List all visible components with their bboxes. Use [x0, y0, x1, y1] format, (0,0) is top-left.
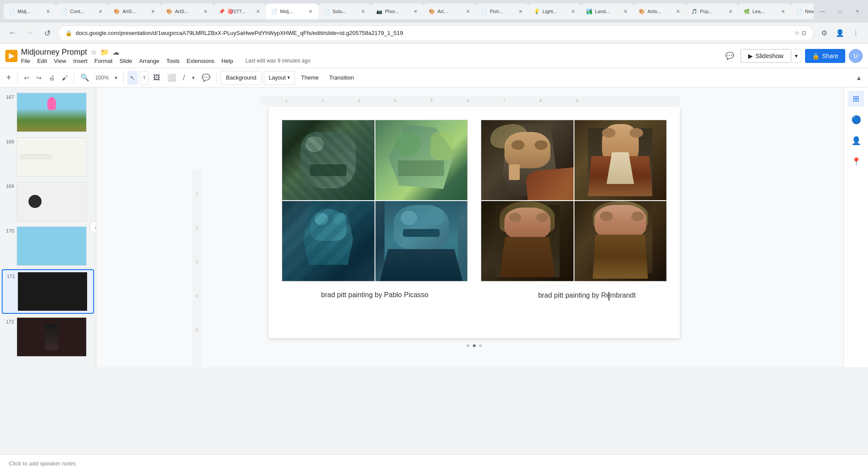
tab-9-close[interactable]: ×	[466, 7, 471, 16]
slide-canvas[interactable]: brad pitt painting by Pablo Picasso	[269, 107, 680, 338]
right-panel-google-button[interactable]: 🔵	[848, 112, 864, 128]
tab-10[interactable]: 📄 Port... ×	[476, 3, 528, 19]
menu-format[interactable]: Format	[94, 58, 112, 64]
tab-2[interactable]: 📄 Cont... ×	[56, 3, 108, 19]
menu-insert[interactable]: Insert	[73, 58, 88, 64]
move-to-icon[interactable]: 📁	[100, 48, 109, 56]
slide-167[interactable]: 167	[2, 91, 94, 134]
menu-edit[interactable]: Edit	[37, 58, 47, 64]
paint-format-button[interactable]: 🖌	[59, 71, 70, 85]
right-panel-grid-button[interactable]: ⊞	[848, 91, 864, 107]
tab-13[interactable]: 🎨 Artis... ×	[634, 3, 686, 19]
rembrandt-caption-container[interactable]: brad pitt painting by Rembrandt	[538, 291, 609, 300]
tab-12-close[interactable]: ×	[623, 7, 628, 16]
tab-5[interactable]: 📌 🎯277... ×	[214, 3, 266, 19]
layout-button[interactable]: Layout ▾	[264, 71, 295, 85]
right-panel-user-button[interactable]: 👤	[848, 133, 864, 149]
cursor-tool[interactable]: ↖	[127, 71, 138, 85]
slideshow-dropdown[interactable]: ▾	[791, 50, 801, 62]
slide-170[interactable]: 170	[2, 225, 94, 267]
menu-help[interactable]: Help	[221, 58, 233, 64]
tab-15[interactable]: 🌿 Lea... ×	[738, 3, 791, 19]
slide-168-number: 168	[4, 137, 14, 144]
address-bar[interactable]: 🔒 docs.google.com/presentation/d/1wugxrc…	[58, 25, 814, 41]
star-doc-icon[interactable]: ☆	[91, 48, 97, 56]
close-window-button[interactable]: ×	[850, 4, 864, 18]
shapes-tool[interactable]: ⬜	[164, 71, 178, 85]
image-tool[interactable]: 🖼	[150, 71, 163, 85]
star-icon[interactable]: ☆	[794, 30, 800, 36]
maximize-button[interactable]: □	[833, 4, 847, 18]
slideshow-button[interactable]: ▶ Slideshow	[741, 49, 791, 62]
tab-12[interactable]: 🏞️ Land... ×	[581, 3, 634, 19]
tab-4[interactable]: 🎨 ArtS... ×	[161, 3, 214, 19]
tab-7-close[interactable]: ×	[360, 7, 366, 16]
tab-8[interactable]: 📷 Phor... ×	[371, 3, 424, 19]
tab-14-close[interactable]: ×	[728, 7, 733, 16]
tab-5-close[interactable]: ×	[256, 7, 261, 16]
tab-4-close[interactable]: ×	[203, 7, 208, 16]
tab-3-close[interactable]: ×	[150, 7, 156, 16]
background-button[interactable]: Background	[220, 71, 262, 85]
tab-11[interactable]: 💡 Light... ×	[528, 3, 581, 19]
user-avatar[interactable]: U	[849, 49, 863, 63]
cloud-save-icon[interactable]: ☁	[112, 48, 119, 56]
tab-13-close[interactable]: ×	[676, 7, 681, 16]
redo-button[interactable]: ↪	[34, 71, 44, 85]
slide-168[interactable]: 168	[2, 135, 94, 178]
cast-icon[interactable]: ⊡	[802, 30, 806, 36]
menu-slide[interactable]: Slide	[119, 58, 132, 64]
tab-16[interactable]: 📄 New... ×	[791, 3, 814, 19]
refresh-button[interactable]: ↺	[40, 26, 54, 40]
menu-view[interactable]: View	[54, 58, 66, 64]
menu-arrange[interactable]: Arrange	[139, 58, 159, 64]
forward-button[interactable]: →	[23, 26, 37, 40]
slide-171[interactable]: 171	[2, 269, 94, 314]
comments-button[interactable]: 💬	[723, 49, 737, 63]
tab-10-close[interactable]: ×	[518, 7, 523, 16]
page-dot-1	[467, 344, 469, 347]
undo-button[interactable]: ↩	[21, 71, 32, 85]
back-button[interactable]: ←	[5, 26, 19, 40]
tab-1-close[interactable]: ×	[46, 7, 51, 16]
tab-14[interactable]: 🎵 Pop... ×	[686, 3, 738, 19]
slide-172[interactable]: 172	[2, 316, 94, 358]
slide-169[interactable]: 169	[2, 180, 94, 223]
tab-3[interactable]: 🎨 ArtS... ×	[108, 3, 161, 19]
zoom-out-button[interactable]: 🔍	[78, 71, 92, 85]
rembrandt-caption[interactable]: brad pitt painting by Rembrandt	[538, 292, 636, 299]
tab-7[interactable]: 📄 Solu... ×	[318, 3, 371, 19]
print-button[interactable]: 🖨	[46, 71, 57, 85]
collapse-toolbar-button[interactable]: ▲	[853, 71, 864, 85]
minimize-button[interactable]: —	[816, 4, 830, 18]
tab-8-close[interactable]: ×	[413, 7, 418, 16]
tab-9[interactable]: 🎨 Art... ×	[424, 3, 476, 19]
tab-11-close[interactable]: ×	[570, 7, 576, 16]
menu-file[interactable]: File	[21, 58, 30, 64]
tab-2-close[interactable]: ×	[98, 7, 103, 16]
extensions-button[interactable]: ⚙	[817, 26, 831, 40]
menu-tools[interactable]: Tools	[166, 58, 179, 64]
more-options-button[interactable]: ⋮	[849, 26, 863, 40]
right-panel-location-button[interactable]: 📍	[848, 154, 864, 170]
tab-6-active[interactable]: 📄 Midj... ×	[266, 3, 318, 19]
share-button[interactable]: 🔒 Share	[805, 49, 845, 63]
add-element-button[interactable]: +	[4, 71, 14, 85]
tab-1[interactable]: 📄 Midj... ×	[4, 3, 56, 19]
tab-6-close[interactable]: ×	[308, 7, 313, 16]
speaker-notes[interactable]: Click to add speaker notes	[0, 455, 868, 472]
profile-button[interactable]: 👤	[833, 26, 847, 40]
doc-title[interactable]: Midjourney Prompt	[21, 48, 87, 57]
speaker-notes-placeholder[interactable]: Click to add speaker notes	[9, 460, 76, 467]
text-tool[interactable]: T	[140, 71, 149, 85]
zoom-in-button[interactable]: ▾	[112, 71, 120, 85]
picasso-caption[interactable]: brad pitt painting by Pablo Picasso	[321, 291, 428, 299]
transition-button[interactable]: Transition	[325, 71, 358, 85]
theme-button[interactable]: Theme	[297, 71, 323, 85]
menu-extensions[interactable]: Extensions	[187, 58, 215, 64]
line-tool[interactable]: /	[180, 71, 187, 85]
line-dropdown[interactable]: ▾	[189, 71, 197, 85]
toolbar-sep-2	[74, 73, 74, 83]
comment-tool[interactable]: 💬	[199, 71, 213, 85]
tab-15-close[interactable]: ×	[780, 7, 786, 16]
